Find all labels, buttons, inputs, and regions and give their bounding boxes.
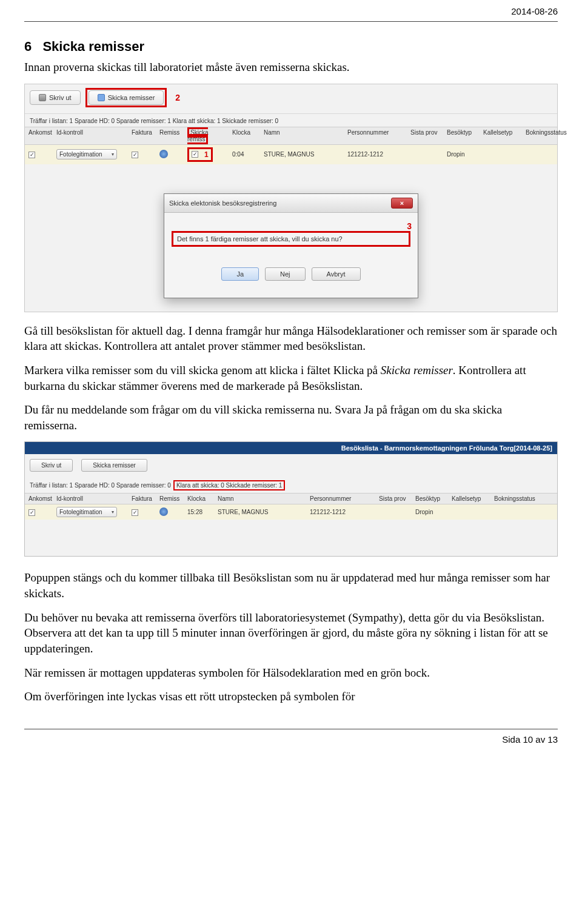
dialog-no-button[interactable]: Nej [265, 267, 306, 281]
paragraph-3: Popuppen stängs och du kommer tillbaka t… [24, 570, 558, 601]
send-button-highlight: Skicka remisser [85, 88, 167, 107]
send-button-2[interactable]: Skicka remisser [81, 459, 147, 472]
close-icon: × [400, 199, 404, 207]
checkbox-icon [132, 509, 138, 516]
col2-kallelsetyp: Kallelsetyp [452, 495, 492, 502]
paragraph-6: Om överföringen inte lyckas visas ett rö… [24, 689, 558, 705]
screenshot-2: Besökslista - Barnmorskemottagningen Frö… [24, 441, 558, 557]
top-rule [24, 21, 558, 22]
send-button-label: Skicka remisser [108, 94, 155, 101]
dialog-yes-button[interactable]: Ja [221, 267, 259, 281]
cell2-personnummer: 121212-1212 [310, 509, 376, 515]
dropdown-value-2: Fotolegitimation [59, 509, 102, 515]
dialog-buttons: Ja Nej Avbryt [172, 247, 410, 289]
col-skicka-highlight: Skicka remiss [187, 127, 208, 144]
col-faktura: Faktura [132, 129, 157, 142]
cell-id-kontroll[interactable]: Fotolegitimation ▾ [56, 149, 129, 159]
col-id-kontroll: Id-kontroll [56, 129, 129, 142]
cell-ankomst[interactable] [28, 151, 54, 158]
col-skicka-remiss: Skicka remiss [187, 129, 230, 142]
col2-faktura: Faktura [132, 495, 157, 502]
col-kallelsetyp: Kallelsetyp [483, 129, 523, 142]
paragraph-2b: Markera vilka remisser som du vill skick… [24, 363, 558, 393]
col2-namn: Namn [218, 495, 307, 502]
paragraph-2c: Du får nu meddelande som frågar om du vi… [24, 402, 558, 433]
print-button-2[interactable]: Skriv ut [30, 459, 73, 472]
cell-personnummer: 121212-1212 [347, 151, 408, 158]
screenshot-1: Skriv ut Skicka remisser 2 Träffar i lis… [24, 84, 558, 312]
table-row-2: Fotolegitimation ▾ 15:28 STURE, MAGNUS 1… [25, 504, 557, 520]
col-remiss: Remiss [159, 129, 185, 142]
cell-namn: STURE, MAGNUS [264, 151, 345, 158]
checkbox-icon [28, 152, 35, 158]
toolbar2: Skriv ut Skicka remisser [25, 454, 557, 478]
col2-id-kontroll: Id-kontroll [56, 495, 129, 502]
callout-1: 1 [204, 150, 209, 159]
cell2-klocka: 15:28 [187, 509, 215, 515]
col2-bokningsstatus: Bokningsstatus [494, 495, 554, 502]
window-titlebar: Besökslista - Barnmorskemottagningen Frö… [25, 442, 557, 454]
dialog-message: Det finns 1 färdiga remisser att skicka,… [177, 235, 343, 243]
dialog-close-button[interactable]: × [391, 198, 413, 209]
column-headers: Ankomst Id-kontroll Faktura Remiss Skick… [25, 127, 557, 145]
chevron-down-icon: ▾ [112, 152, 114, 157]
p2b-italic: Skicka remisser [381, 364, 453, 377]
dialog-title: Skicka elektonisk besöksregistrering [169, 199, 276, 207]
p2b-pre: Markera vilka remisser som du vill skick… [24, 364, 381, 377]
send-icon [98, 94, 105, 101]
col-namn: Namn [264, 129, 345, 142]
skicka-cell-highlight: 1 [187, 147, 213, 162]
cell-skicka-remiss[interactable]: 1 [187, 147, 230, 162]
table-row: Fotolegitimation ▾ 1 0:04 STURE, MAGNUS … [25, 145, 557, 164]
col-ankomst: Ankomst [28, 129, 54, 142]
col-besoktyp: Besöktyp [447, 129, 481, 142]
callout-3: 3 [407, 221, 412, 231]
remiss-status-icon [159, 507, 168, 516]
dialog-cancel-button[interactable]: Avbryt [312, 267, 361, 281]
col-personnummer: Personnummer [347, 129, 408, 142]
section-heading: 6 Skicka remisser [24, 39, 558, 55]
cell-faktura[interactable] [132, 151, 157, 158]
send-button[interactable]: Skicka remisser [89, 90, 164, 105]
remiss-status-icon [159, 150, 168, 158]
cell2-faktura[interactable] [132, 509, 157, 516]
col-sista-prov: Sista prov [410, 129, 444, 142]
cell2-remiss[interactable] [159, 507, 185, 517]
print-button-label: Skriv ut [49, 94, 72, 101]
callout-2: 2 [175, 93, 180, 102]
stats-line: Träffar i listan: 1 Sparade HD: 0 Sparad… [25, 114, 557, 127]
paragraph-2a: Gå till besökslistan för aktuell dag. I … [24, 323, 558, 354]
confirmation-dialog: Skicka elektonisk besöksregistrering × 3… [164, 193, 418, 298]
id-kontroll-dropdown[interactable]: Fotolegitimation ▾ [56, 149, 117, 159]
stats-line-2: Träffar i listan: 1 Sparade HD: 0 Sparad… [25, 478, 557, 493]
header-date: 2014-08-26 [24, 0, 558, 21]
column-headers-2: Ankomst Id-kontroll Faktura Remiss Klock… [25, 493, 557, 504]
cell-remiss[interactable] [159, 150, 185, 159]
col-klocka: Klocka [232, 129, 261, 142]
cell-klocka: 0:04 [232, 151, 261, 158]
chevron-down-icon: ▾ [112, 509, 114, 515]
cell2-ankomst[interactable] [28, 509, 54, 516]
section-number: 6 [24, 39, 32, 54]
print-button[interactable]: Skriv ut [30, 90, 81, 105]
checkbox-icon [132, 152, 138, 158]
stats2-highlight: Klara att skicka: 0 Skickade remisser: 1 [173, 480, 286, 490]
id-kontroll-dropdown-2[interactable]: Fotolegitimation ▾ [56, 507, 117, 517]
col2-sista-prov: Sista prov [379, 495, 413, 502]
print-icon [39, 94, 46, 101]
dialog-body: 3 Det finns 1 färdiga remisser att skick… [164, 213, 418, 298]
cell2-id-kontroll[interactable]: Fotolegitimation ▾ [56, 507, 129, 517]
checkbox-icon [192, 151, 198, 158]
col-bokningsstatus: Bokningsstatus [526, 129, 567, 142]
paragraph-intro: Innan proverna skickas till laboratoriet… [24, 59, 558, 75]
col2-klocka: Klocka [187, 495, 215, 502]
toolbar: Skriv ut Skicka remisser 2 [25, 84, 557, 114]
col2-besoktyp: Besöktyp [415, 495, 449, 502]
checkbox-icon [28, 509, 35, 516]
paragraph-4: Du behöver nu bevaka att remisserna över… [24, 610, 558, 657]
col2-remiss: Remiss [159, 495, 185, 502]
stats2-pre: Träffar i listan: 1 Sparade HD: 0 Sparad… [30, 482, 171, 489]
paragraph-5: När remissen är mottagen uppdateras symb… [24, 665, 558, 681]
dropdown-value: Fotolegitimation [59, 151, 102, 158]
section-title: Skicka remisser [42, 39, 144, 54]
